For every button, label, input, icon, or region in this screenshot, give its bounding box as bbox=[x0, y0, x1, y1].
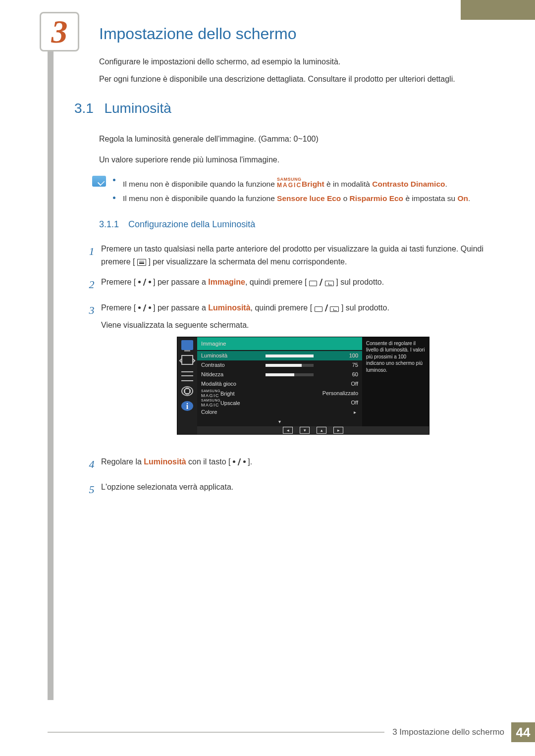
osd-info-panel: Consente di regolare il livello di lumin… bbox=[362, 337, 429, 426]
rect-icon bbox=[309, 281, 317, 286]
note-item-2: Il menu non è disponibile quando la funz… bbox=[113, 193, 505, 204]
list-icon bbox=[181, 371, 193, 381]
osd-row-luminosita: Luminosità 100 bbox=[197, 351, 362, 360]
slash-icon bbox=[324, 304, 328, 311]
osd-row-nitidezza: Nitidezza 60 bbox=[197, 370, 362, 379]
nav-down-icon: ▾ bbox=[300, 427, 310, 434]
footer-text: 3 Impostazione dello schermo bbox=[392, 727, 504, 737]
dot-icon bbox=[233, 460, 235, 463]
nav-up-icon: ▴ bbox=[317, 427, 326, 434]
paragraph-range: Regola la luminosità generale dell'immag… bbox=[99, 133, 505, 145]
chapter-title: Impostazione dello schermo bbox=[99, 25, 505, 43]
slash-icon bbox=[319, 279, 322, 286]
osd-row-more: ▾ bbox=[197, 417, 362, 426]
slash-icon bbox=[143, 304, 146, 311]
osd-header: Immagine bbox=[197, 337, 362, 350]
note-icon bbox=[92, 176, 106, 187]
section-title: Luminosità bbox=[104, 101, 171, 116]
slash-icon bbox=[237, 458, 241, 465]
enter-icon bbox=[330, 306, 339, 312]
footer-rule bbox=[48, 732, 384, 733]
page-number: 44 bbox=[511, 722, 535, 742]
dot-icon bbox=[138, 281, 141, 283]
subsection-title: Configurazione della Luminosità bbox=[128, 219, 255, 229]
steps-list: 1 Premere un tasto qualsiasi nella parte… bbox=[84, 243, 505, 498]
osd-row-contrasto: Contrasto 75 bbox=[197, 360, 362, 370]
display-icon bbox=[181, 340, 193, 350]
osd-row-magic-upscale: SAMSUNGMAGICUpscale Off bbox=[197, 398, 362, 407]
step-3: 3 Premere [ ] per passare a Luminosità, … bbox=[84, 302, 505, 448]
note-list: Il menu non è disponibile quando la funz… bbox=[113, 175, 505, 208]
chapter-number: 3 bbox=[52, 13, 68, 50]
section-number: 3.1 bbox=[74, 101, 102, 116]
section-heading: 3.1 Luminosità bbox=[74, 101, 505, 116]
page-footer: 3 Impostazione dello schermo 44 bbox=[48, 722, 535, 742]
osd-row-magic-bright: SAMSUNGMAGICBright Personalizzato bbox=[197, 389, 362, 398]
content-area: Impostazione dello schermo Configurare l… bbox=[74, 15, 505, 506]
down-arrow-icon: ▾ bbox=[201, 418, 358, 426]
gear-icon bbox=[181, 386, 193, 396]
dot-icon bbox=[138, 306, 141, 309]
dot-icon bbox=[243, 460, 246, 463]
nav-left-icon: ◂ bbox=[283, 427, 293, 434]
osd-sidebar: i bbox=[177, 337, 197, 434]
osd-screenshot: i Immagine Luminosità bbox=[177, 337, 429, 435]
dot-icon bbox=[149, 306, 151, 309]
subsection-number: 3.1.1 bbox=[99, 219, 119, 229]
enter-icon bbox=[325, 281, 334, 286]
intro-2: Per ogni funzione è disponibile una desc… bbox=[99, 73, 505, 86]
rect-icon bbox=[315, 306, 322, 312]
side-rule bbox=[48, 17, 54, 700]
right-arrow-icon: ▸ bbox=[244, 408, 358, 416]
step-5: 5 L'opzione selezionata verrà applicata. bbox=[84, 481, 505, 498]
info-icon: i bbox=[181, 401, 193, 411]
osd-nav: ◂ ▾ ▴ ▸ bbox=[197, 426, 429, 434]
osd-rows: Luminosità 100 Contrasto 75 bbox=[197, 350, 362, 426]
subsection-heading: 3.1.1 Configurazione della Luminosità bbox=[99, 219, 505, 230]
osd-main: Immagine Luminosità 100 Contr bbox=[197, 337, 429, 434]
osd-row-colore: Colore ▸ bbox=[197, 407, 362, 417]
menu-icon bbox=[137, 259, 146, 266]
dot-icon bbox=[149, 281, 151, 283]
nav-right-icon: ▸ bbox=[333, 427, 343, 434]
chapter-badge: 3 bbox=[40, 12, 79, 51]
step-2: 2 Premere [ ] per passare a Immagine, qu… bbox=[84, 276, 505, 293]
paragraph-higher: Un valore superiore rende più luminosa l… bbox=[99, 154, 505, 166]
step-4: 4 Regolare la Luminosità con il tasto [ … bbox=[84, 455, 505, 473]
note-item-1: Il menu non è disponibile quando la funz… bbox=[113, 175, 505, 190]
slash-icon bbox=[143, 279, 146, 286]
note-block: Il menu non è disponibile quando la funz… bbox=[92, 175, 505, 208]
step-1: 1 Premere un tasto qualsiasi nella parte… bbox=[84, 243, 505, 268]
intro-1: Configurare le impostazioni dello scherm… bbox=[99, 56, 505, 68]
resize-icon bbox=[181, 355, 193, 365]
osd-row-modalita-gioco: Modalità gioco Off bbox=[197, 379, 362, 389]
